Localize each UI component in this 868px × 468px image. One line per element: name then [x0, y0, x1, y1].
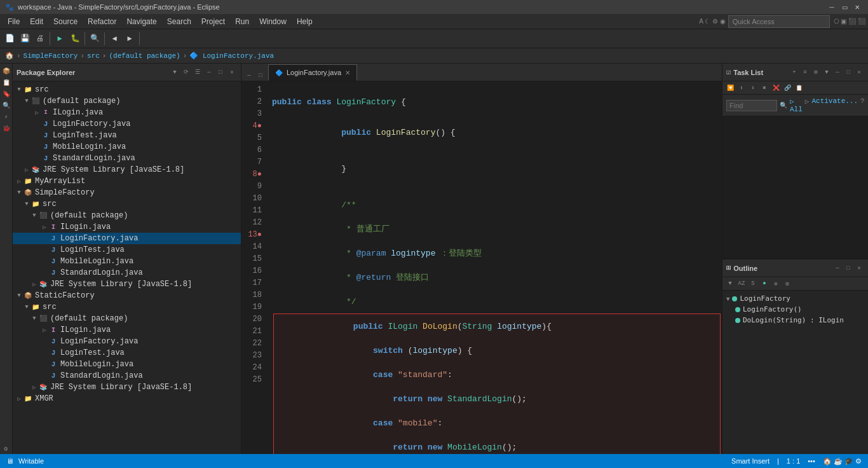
sidebar-icon-bottom[interactable]: ⚙ — [1, 444, 11, 454]
menu-navigate[interactable]: Navigate — [121, 14, 161, 29]
tree-item-staticfactory[interactable]: ▼ 📦 StaticFactory — [13, 290, 241, 301]
menu-refactor[interactable]: Refactor — [83, 14, 121, 29]
tree-item-src-stf[interactable]: ▼ 📁 src — [13, 301, 241, 313]
tree-item-loginfactory-stf[interactable]: J LoginFactory.java — [13, 336, 241, 347]
tree-item-default-pkg-stf[interactable]: ▼ ⬛ (default package) — [13, 313, 241, 324]
tree-item-default-pkg-top[interactable]: ▼ ⬛ (default package) — [13, 95, 241, 107]
task-activate[interactable]: Activate... — [811, 97, 858, 113]
print-button[interactable]: 🖨 — [33, 32, 47, 46]
task-collapse-btn[interactable]: ▼ — [822, 67, 832, 78]
outline-minimize-btn[interactable]: ─ — [832, 263, 843, 273]
tree-item-default-pkg-sf[interactable]: ▼ ⬛ (default package) — [13, 210, 241, 221]
pe-collapse-btn[interactable]: ▼ — [170, 67, 180, 78]
task-btn-7[interactable]: 📋 — [794, 83, 804, 93]
task-btn-4[interactable]: ✖ — [759, 83, 770, 93]
tree-item-ilogin-stf[interactable]: ▷ I ILogin.java — [13, 324, 241, 336]
menu-window[interactable]: Window — [254, 14, 292, 29]
breadcrumb-part-2[interactable]: src — [87, 52, 100, 60]
outline-s-btn[interactable]: S — [748, 279, 758, 289]
task-btn-5[interactable]: ❌ — [771, 83, 781, 93]
outline-close-btn[interactable]: ✕ — [854, 263, 864, 273]
tab-close-button[interactable]: ✕ — [345, 69, 350, 76]
pe-menu-btn[interactable]: ☰ — [193, 67, 203, 78]
tree-item-mobilelogin-stf[interactable]: J MobileLogin.java — [13, 359, 241, 370]
tree-item-standardlogin-top[interactable]: J StandardLogin.java — [13, 153, 241, 164]
maximize-button[interactable]: ▭ — [839, 1, 850, 13]
outline-class-loginfactory[interactable]: ▼ LoginFactory — [722, 293, 868, 304]
editor-minimize-btn[interactable]: ─ — [244, 71, 254, 81]
task-btn-2[interactable]: ⬆ — [736, 83, 747, 93]
tree-item-src-sf[interactable]: ▼ 📁 src — [13, 198, 241, 210]
tree-item-standardlogin-stf[interactable]: J StandardLogin.java — [13, 370, 241, 382]
minimize-button[interactable]: ─ — [826, 1, 837, 13]
code-editor[interactable]: 1 2 3 4● 5 6 7 8● 9 10 11 12 13● 14 15 1… — [241, 81, 722, 454]
tree-item-loginfactory-sf[interactable]: J LoginFactory.java — [13, 233, 241, 244]
tree-item-logintest-sf[interactable]: J LoginTest.java — [13, 244, 241, 256]
menu-edit[interactable]: Edit — [25, 14, 48, 29]
task-btn-1[interactable]: 🔽 — [725, 83, 735, 93]
task-minimize-btn[interactable]: ─ — [832, 67, 843, 78]
tree-item-mobilelogin-top[interactable]: J MobileLogin.java — [13, 141, 241, 153]
breadcrumb-part-1[interactable]: SimpleFactory — [24, 52, 78, 60]
quick-access-input[interactable]: Quick Access — [728, 15, 830, 28]
debug-button[interactable]: 🐛 — [68, 32, 82, 46]
task-btn-3[interactable]: ⬇ — [748, 83, 758, 93]
menu-search[interactable]: Search — [162, 14, 196, 29]
task-add-btn[interactable]: + — [789, 67, 799, 78]
task-find-input[interactable] — [726, 100, 777, 111]
outline-maximize-btn[interactable]: □ — [843, 263, 853, 273]
sidebar-icon-4[interactable]: 🔍 — [1, 100, 11, 111]
outline-az-btn[interactable]: AZ — [736, 279, 747, 289]
breadcrumb-part-3[interactable]: (default package) — [109, 52, 180, 60]
task-close-btn[interactable]: ✕ — [854, 67, 864, 78]
sidebar-package-explorer-icon[interactable]: 📦 — [1, 66, 11, 76]
task-btn-6[interactable]: 🔗 — [782, 83, 792, 93]
tree-item-ilogin-sf[interactable]: ▷ I ILogin.java — [13, 221, 241, 233]
pe-maximize-btn[interactable]: □ — [215, 67, 226, 78]
tree-item-xmgr[interactable]: ▷ 📁 XMGR — [13, 393, 241, 404]
outline-right-btn[interactable]: ⊞ — [782, 279, 792, 289]
outline-sort-btn[interactable]: ▼ — [725, 279, 735, 289]
outline-method-dologin[interactable]: DoLogin(String) : ILogin — [722, 315, 868, 326]
pe-close-btn[interactable]: ✕ — [227, 67, 237, 78]
sidebar-icon-5[interactable]: ⚡ — [1, 112, 11, 122]
search-toolbar-button[interactable]: 🔍 — [88, 32, 102, 46]
new-button[interactable]: 📄 — [3, 32, 17, 46]
outline-constructor[interactable]: LoginFactory() — [722, 304, 868, 315]
tree-item-standardlogin-sf[interactable]: J StandardLogin.java — [13, 267, 241, 279]
tree-item-jre-stf[interactable]: ▷ 📚 JRE System Library [JavaSE-1.8] — [13, 382, 241, 393]
tree-item-myarraylist[interactable]: ▷ 📁 MyArrayList — [13, 176, 241, 187]
pe-minimize-btn[interactable]: ─ — [204, 67, 214, 78]
back-button[interactable]: ◀ — [107, 32, 121, 46]
tree-item-logintest-top[interactable]: J LoginTest.java — [13, 130, 241, 141]
save-button[interactable]: 💾 — [18, 32, 32, 46]
task-group-btn[interactable]: ⊞ — [811, 67, 821, 78]
tree-item-jre-sf[interactable]: ▷ 📚 JRE System Library [JavaSE-1.8] — [13, 279, 241, 290]
close-button[interactable]: ✕ — [851, 1, 863, 13]
tree-item-simplefactory[interactable]: ▼ 📦 SimpleFactory — [13, 187, 241, 198]
tree-item-ilogin-top[interactable]: ▷ I ILogin.java — [13, 107, 241, 118]
menu-help[interactable]: Help — [292, 14, 318, 29]
menu-run[interactable]: Run — [230, 14, 254, 29]
sidebar-icon-2[interactable]: 📋 — [1, 78, 11, 88]
breadcrumb-filename[interactable]: 🔷 LoginFactory.java — [189, 52, 274, 60]
pe-sync-btn[interactable]: ⟳ — [181, 67, 191, 78]
run-button[interactable]: ▶ — [53, 32, 67, 46]
sidebar-icon-3[interactable]: 🔖 — [1, 89, 11, 99]
forward-button[interactable]: ▶ — [123, 32, 137, 46]
code-content[interactable]: public class LoginFactory { public Login… — [267, 81, 722, 454]
tree-item-loginfactory-top[interactable]: J LoginFactory.java — [13, 118, 241, 130]
task-help[interactable]: ? — [860, 97, 865, 113]
task-maximize-btn[interactable]: □ — [843, 67, 853, 78]
editor-tab-loginfactory[interactable]: 🔷 LoginFactory.java ✕ — [268, 64, 357, 81]
task-filter-all[interactable]: ▷ All — [790, 97, 803, 113]
tree-item-src-top[interactable]: ▼ 📁 src — [13, 84, 241, 95]
task-filter-btn[interactable]: ≡ — [800, 67, 810, 78]
tree-item-jre-top[interactable]: ▷ 📚 JRE System Library [JavaSE-1.8] — [13, 164, 241, 176]
menu-source[interactable]: Source — [48, 14, 83, 29]
menu-project[interactable]: Project — [196, 14, 230, 29]
sidebar-icon-6[interactable]: 🐞 — [1, 123, 11, 134]
editor-maximize-btn[interactable]: □ — [255, 71, 266, 81]
outline-green-btn[interactable]: ● — [759, 279, 770, 289]
outline-expand-btn[interactable]: ⊕ — [771, 279, 781, 289]
